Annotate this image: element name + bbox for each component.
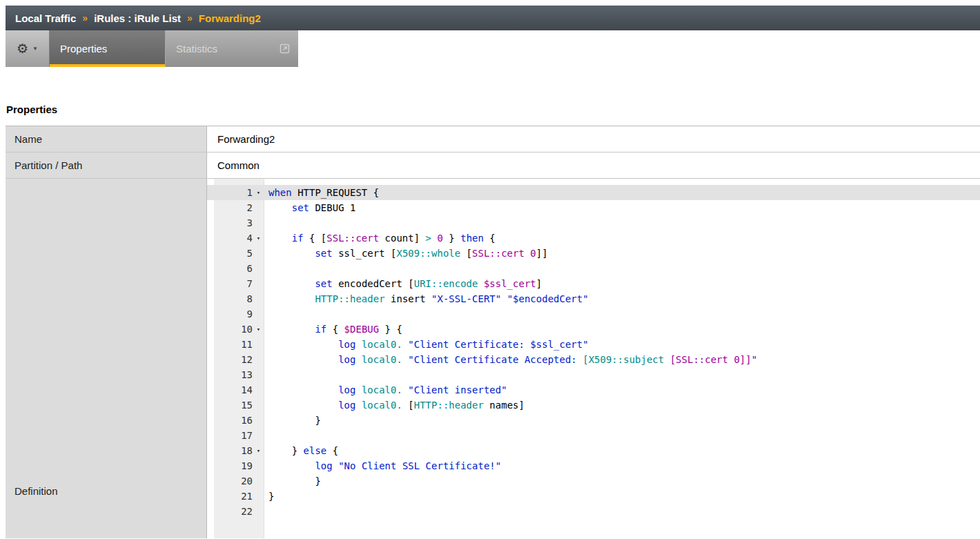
fold-toggle-icon[interactable]: ▾	[253, 185, 264, 200]
fold-toggle-icon[interactable]: ▾	[253, 443, 264, 458]
line-number: 5	[207, 246, 264, 261]
fold-toggle-icon[interactable]: ▾	[253, 231, 264, 246]
code-text: } else {	[264, 443, 338, 458]
section-title: Properties	[6, 104, 980, 115]
line-number-text: 14	[207, 382, 253, 398]
property-label-definition: Definition	[6, 179, 207, 538]
code-line[interactable]: 15 log local0. [HTTP::header names]	[207, 398, 980, 413]
property-row-definition: Definition 1▾when HTTP_REQUEST {2 set DE…	[6, 179, 980, 538]
code-text: log local0. "Client Certificate: $ssl_ce…	[264, 337, 589, 352]
code-line[interactable]: 5 set ssl_cert [X509::whole [SSL::cert 0…	[207, 246, 980, 261]
breadcrumb-link[interactable]: iRules : iRule List	[94, 12, 181, 24]
line-number: 6	[207, 261, 264, 276]
line-number-text: 13	[207, 367, 253, 382]
line-number: 7	[207, 276, 264, 291]
line-number: 2	[207, 200, 264, 215]
code-line[interactable]: 2 set DEBUG 1	[207, 200, 980, 215]
code-text: }	[264, 473, 321, 489]
code-text	[264, 367, 268, 382]
line-number: 18▾	[207, 443, 264, 458]
code-line[interactable]: 21}	[207, 489, 980, 504]
code-text: log local0. "Client Certificate Accepted…	[264, 352, 757, 367]
tab-properties[interactable]: Properties	[50, 30, 165, 67]
code-line[interactable]: 3	[207, 215, 980, 231]
code-text	[264, 261, 268, 276]
line-number-text: 22	[207, 504, 253, 519]
code-text: log "No Client SSL Certificate!"	[264, 458, 501, 473]
code-line[interactable]: 1▾when HTTP_REQUEST {	[207, 185, 980, 200]
code-line[interactable]: 9	[207, 306, 980, 322]
line-number: 14	[207, 382, 264, 398]
code-text: }	[264, 413, 321, 428]
code-line[interactable]: 10▾ if { $DEBUG } {	[207, 322, 980, 337]
line-number-text: 2	[207, 200, 253, 215]
line-number: 10▾	[207, 322, 264, 337]
line-number: 1▾	[207, 185, 264, 200]
property-value-partition: Common	[207, 153, 980, 178]
code-text	[264, 306, 268, 322]
code-text: if { [SSL::cert count] > 0 } then {	[264, 231, 496, 246]
line-number-text: 1	[207, 185, 253, 200]
code-line[interactable]: 16 }	[207, 413, 980, 428]
line-number-text: 20	[207, 473, 253, 489]
line-number-text: 12	[207, 352, 253, 367]
tab-properties-label: Properties	[60, 43, 107, 55]
line-number: 13	[207, 367, 264, 382]
code-line[interactable]: 20 }	[207, 473, 980, 489]
line-number-text: 10	[207, 322, 253, 337]
irule-definition-editor[interactable]: 1▾when HTTP_REQUEST {2 set DEBUG 134▾ if…	[207, 179, 980, 538]
code-text	[264, 428, 268, 443]
line-number-text: 4	[207, 231, 253, 246]
breadcrumb-link[interactable]: Local Traffic	[15, 12, 76, 24]
line-number: 15	[207, 398, 264, 413]
line-number-text: 5	[207, 246, 253, 261]
code-line[interactable]: 8 HTTP::header insert "X-SSL-CERT" "$enc…	[207, 291, 980, 306]
line-number: 22	[207, 504, 264, 519]
line-number: 16	[207, 413, 264, 428]
active-tab-indicator	[50, 64, 165, 67]
code-text: set DEBUG 1	[264, 200, 355, 215]
line-number-text: 8	[207, 291, 253, 306]
property-value-name: Forwarding2	[207, 126, 980, 152]
code-line[interactable]: 4▾ if { [SSL::cert count] > 0 } then {	[207, 231, 980, 246]
code-line[interactable]: 22	[207, 504, 980, 519]
breadcrumb-current-page: Forwarding2	[199, 12, 261, 24]
popout-icon[interactable]	[280, 43, 290, 54]
line-number-text: 6	[207, 261, 253, 276]
line-number-text: 17	[207, 428, 253, 443]
code-line[interactable]: 17	[207, 428, 980, 443]
code-line[interactable]: 18▾ } else {	[207, 443, 980, 458]
property-row-name: Name Forwarding2	[6, 126, 980, 153]
line-number-text: 21	[207, 489, 253, 504]
code-line[interactable]: 7 set encodedCert [URI::encode $ssl_cert…	[207, 276, 980, 291]
line-number: 8	[207, 291, 264, 306]
code-text: }	[264, 489, 274, 504]
breadcrumb-separator-icon: »	[82, 12, 88, 23]
options-menu-button[interactable]: ⚙ ▼	[6, 30, 50, 67]
line-number-text: 9	[207, 306, 253, 322]
code-line[interactable]: 11 log local0. "Client Certificate: $ssl…	[207, 337, 980, 352]
code-line[interactable]: 12 log local0. "Client Certificate Accep…	[207, 352, 980, 367]
line-number: 21	[207, 489, 264, 504]
line-number-text: 16	[207, 413, 253, 428]
code-line[interactable]: 14 log local0. "Client inserted"	[207, 382, 980, 398]
tab-bar: ⚙ ▼ Properties Statistics	[6, 30, 298, 67]
gear-icon: ⚙	[17, 42, 28, 55]
line-number: 4▾	[207, 231, 264, 246]
line-number-text: 3	[207, 215, 253, 231]
properties-table: Name Forwarding2 Partition / Path Common…	[6, 126, 980, 538]
fold-toggle-icon[interactable]: ▾	[253, 322, 264, 337]
code-lines[interactable]: 1▾when HTTP_REQUEST {2 set DEBUG 134▾ if…	[207, 179, 980, 519]
line-number-text: 11	[207, 337, 253, 352]
code-line[interactable]: 6	[207, 261, 980, 276]
line-number-text: 15	[207, 398, 253, 413]
line-number: 3	[207, 215, 264, 231]
code-line[interactable]: 19 log "No Client SSL Certificate!"	[207, 458, 980, 473]
line-number: 20	[207, 473, 264, 489]
code-text: HTTP::header insert "X-SSL-CERT" "$encod…	[264, 291, 589, 306]
code-text: log local0. "Client inserted"	[264, 382, 507, 398]
tab-statistics[interactable]: Statistics	[165, 30, 298, 67]
breadcrumb: Local Traffic»iRules : iRule List»Forwar…	[6, 6, 980, 30]
chevron-down-icon: ▼	[32, 46, 38, 52]
code-line[interactable]: 13	[207, 367, 980, 382]
